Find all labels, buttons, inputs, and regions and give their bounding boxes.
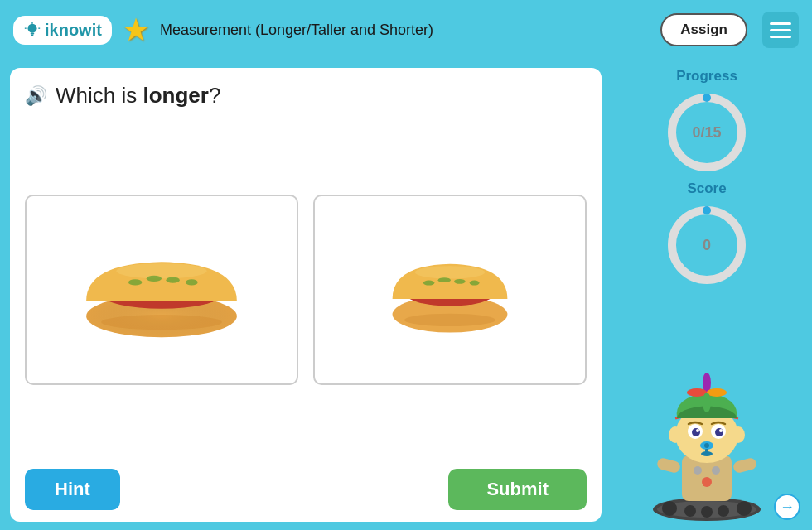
svg-rect-57 — [656, 457, 682, 475]
svg-point-38 — [438, 277, 451, 282]
svg-point-24 — [101, 315, 221, 330]
mascot-image — [632, 356, 781, 522]
svg-point-37 — [423, 280, 435, 285]
question-bold: longer — [143, 83, 208, 108]
svg-point-39 — [454, 278, 466, 283]
svg-point-22 — [166, 277, 179, 282]
svg-point-21 — [147, 275, 162, 281]
star-icon: ★ — [122, 14, 150, 46]
score-label: Score — [687, 181, 726, 197]
svg-point-56 — [702, 477, 712, 487]
svg-point-63 — [692, 428, 700, 436]
hint-button[interactable]: Hint — [25, 469, 120, 510]
svg-point-36 — [415, 266, 486, 278]
svg-point-48 — [662, 501, 677, 516]
svg-point-74 — [687, 388, 707, 397]
svg-point-66 — [719, 429, 723, 432]
lesson-title: Measurement (Longer/Taller and Shorter) — [160, 22, 650, 39]
progress-value: 0/15 — [692, 124, 721, 142]
hamburger-line-2 — [770, 29, 791, 31]
svg-rect-58 — [732, 457, 758, 475]
svg-rect-2 — [31, 35, 34, 36]
svg-point-51 — [718, 505, 729, 517]
svg-point-0 — [28, 24, 37, 33]
question-text: Which is longer? — [56, 83, 220, 108]
choices-row — [25, 122, 587, 457]
hamburger-line-1 — [770, 22, 791, 25]
progress-label: Progress — [676, 68, 737, 84]
menu-button[interactable] — [762, 12, 799, 48]
svg-point-73 — [707, 388, 727, 397]
svg-point-20 — [128, 279, 142, 285]
svg-point-75 — [703, 393, 711, 412]
hotdog-large-image — [79, 240, 244, 340]
svg-point-64 — [715, 428, 723, 436]
svg-point-50 — [701, 506, 713, 518]
svg-point-41 — [404, 313, 495, 325]
logo-bulb-icon — [23, 21, 41, 39]
svg-point-76 — [669, 426, 682, 443]
logo-text: iknowit — [45, 21, 102, 40]
choice-left[interactable] — [25, 195, 298, 385]
svg-point-19 — [116, 263, 206, 278]
svg-point-77 — [732, 426, 745, 443]
main-wrapper: 🔊 Which is longer? — [0, 60, 812, 530]
svg-point-72 — [703, 373, 711, 393]
speaker-icon[interactable]: 🔊 — [25, 85, 47, 107]
bottom-row: Hint Submit — [25, 469, 587, 510]
svg-rect-1 — [31, 33, 35, 35]
mascot-area: → — [611, 293, 802, 522]
svg-point-49 — [684, 505, 696, 517]
hotdog-right-container — [315, 196, 585, 383]
svg-point-70 — [701, 451, 713, 456]
question-suffix: ? — [209, 83, 220, 108]
question-prefix: Which is — [56, 83, 143, 108]
logo: iknowit — [13, 16, 112, 45]
svg-point-52 — [737, 501, 752, 516]
hotdog-left-container — [27, 196, 297, 383]
hotdog-small-image — [379, 244, 520, 335]
svg-point-55 — [712, 466, 720, 475]
svg-point-23 — [186, 279, 198, 285]
sidebar: Progress 0/15 Score 0 — [611, 68, 802, 522]
score-value: 0 — [703, 237, 711, 254]
app-header: iknowit ★ Measurement (Longer/Taller and… — [0, 0, 812, 60]
submit-button[interactable]: Submit — [448, 469, 587, 510]
choice-right[interactable] — [313, 195, 587, 385]
svg-point-40 — [470, 280, 480, 285]
question-row: 🔊 Which is longer? — [25, 83, 587, 108]
svg-point-54 — [694, 466, 702, 475]
hamburger-line-3 — [770, 36, 791, 38]
content-panel: 🔊 Which is longer? — [10, 68, 602, 522]
svg-point-65 — [696, 429, 699, 432]
score-ring: 0 — [665, 204, 748, 287]
progress-ring: 0/15 — [665, 91, 748, 174]
assign-button[interactable]: Assign — [660, 13, 747, 46]
svg-point-68 — [704, 443, 709, 448]
next-arrow-button[interactable]: → — [774, 494, 800, 520]
